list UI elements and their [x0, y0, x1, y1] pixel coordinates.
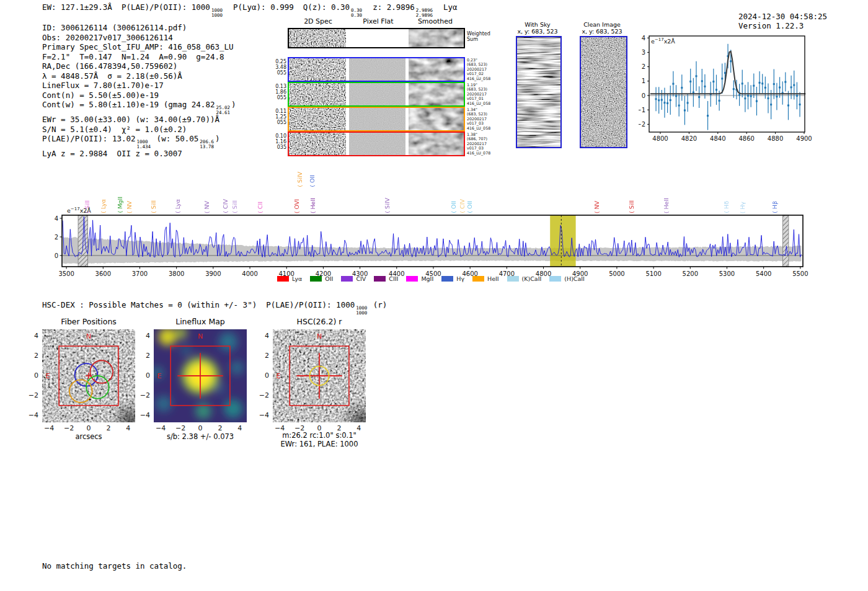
- ytick-label: 2: [138, 352, 150, 360]
- spec2d-cell-smooth: [409, 133, 464, 155]
- spec2d-cell-fine: [289, 108, 346, 130]
- spec2d-right-labels: 0.23"(683, 523)20200217v017_02416_LU_058: [467, 58, 504, 81]
- data-point: [796, 95, 798, 97]
- text-segment: λ = 4848.57Å σ = 2.18(±0.56)Å: [42, 71, 182, 81]
- text-segment: (r): [368, 300, 387, 309]
- legend-item: CIII: [374, 275, 398, 282]
- data-point: [799, 104, 801, 105]
- text-segment: HSC-DEX : Possible Matches = 0 (within +…: [42, 300, 355, 309]
- text-segment: ): [231, 100, 236, 109]
- line-fit-plot: 43210−1−2480048204840486048804900e−17x2Å: [639, 30, 818, 150]
- ytick-label: 0: [138, 371, 150, 380]
- data-point: [733, 88, 735, 90]
- north-label: N: [317, 332, 322, 340]
- legend-label: CIII: [389, 275, 398, 282]
- text-segment: (w: 50.05: [152, 134, 198, 143]
- hsc-cutout-title: HSC(26.2) r: [273, 317, 366, 326]
- spec2d-cell-smooth: [409, 58, 464, 81]
- text-segment: EWr = 35.00(±33.00) (w: 34.00(±9.70))Å: [42, 115, 219, 124]
- spec2d-col-title: Smoothed: [404, 17, 466, 25]
- legend-label: Lyα: [292, 275, 302, 282]
- xtick-label: 0: [81, 424, 96, 432]
- withsky-noise: [517, 37, 560, 147]
- ytick-label: 4: [26, 332, 38, 340]
- xtick-label: −2: [173, 424, 188, 432]
- xtick-label: 2: [101, 424, 116, 432]
- header-segment: EW: 127.1±29.3Å: [42, 2, 112, 12]
- spec2d-right-label-line: v017_02: [467, 71, 504, 76]
- legend-label: HeII: [487, 275, 499, 282]
- data-point: [696, 75, 698, 77]
- ytick-label: 2: [26, 352, 38, 360]
- data-point: [738, 94, 740, 96]
- xtick-label: 3900: [205, 270, 221, 277]
- data-point: [793, 84, 795, 86]
- east-label: E: [46, 372, 50, 380]
- spec2d-cell-fine: [289, 58, 346, 81]
- ytick-label: 2: [257, 352, 269, 360]
- text-segment: F=2.1" T=0.147 N=1.24 A=0.90 g=24.8: [42, 52, 224, 61]
- legend-swatch: [507, 276, 519, 282]
- header-measurements: EW: 127.1±29.3ÅP(LAE)/P(OII): 1000100010…: [42, 2, 467, 17]
- spec2d-cell-flat: [349, 83, 405, 105]
- ytick-label: 0: [26, 371, 38, 380]
- north-label: N: [86, 332, 91, 340]
- legend-swatch: [310, 276, 322, 282]
- spec2d-right-label-line: v017_03: [467, 121, 504, 125]
- xtick-label: 5200: [683, 270, 698, 277]
- spec2d-cell-smooth: [409, 108, 464, 130]
- ytick-label: 0: [257, 371, 269, 380]
- legend-swatch: [472, 276, 484, 282]
- spec2d-right-label-line: (683, 523): [467, 112, 504, 116]
- lineflux-cutout-image: NE: [154, 329, 247, 422]
- data-point: [672, 83, 674, 85]
- hsc-cutout-image: NE: [273, 329, 366, 422]
- spec2d-noise: [349, 108, 405, 130]
- spec2d-left-label-line: 055: [260, 71, 286, 76]
- spec2d-noise: [349, 83, 405, 105]
- data-point: [776, 96, 777, 97]
- ytick-label: 0: [642, 92, 645, 99]
- detection-info-line: Cont(n) = 5.50(±5.00)e-19: [42, 91, 236, 100]
- detection-info-line: EWr = 35.00(±33.00) (w: 34.00(±9.70))Å: [42, 115, 236, 125]
- east-label: E: [157, 372, 162, 380]
- fraction-bottom: 1.434: [137, 144, 151, 149]
- fraction-bottom: 1000: [356, 311, 367, 316]
- north-label: N: [198, 332, 203, 340]
- detection-info-line: P(LAE)/P(OII): 13.0210001.434 (w: 50.052…: [42, 134, 236, 149]
- fraction-bottom: 24.61: [216, 110, 230, 115]
- data-point: [712, 81, 714, 82]
- xtick-label: 4: [232, 424, 247, 432]
- xtick-label: 3800: [169, 270, 184, 277]
- unit-exp: −17: [655, 37, 664, 42]
- ytick-label: 4: [257, 332, 269, 340]
- lineflux-xlabel: s/b: 2.38 +/- 0.073: [141, 432, 259, 441]
- masked-region: [782, 215, 788, 267]
- data-point: [768, 97, 769, 99]
- detection-info-block: ID: 3006126114 (3006126114.pdf)Obs: 2020…: [42, 23, 236, 159]
- ytick-label: 4: [138, 332, 150, 340]
- text-segment: Primary Spec_Slot_IFU_AMP: 416_058_063_L…: [42, 42, 234, 51]
- heatmap-blob: [219, 332, 237, 351]
- legend-swatch: [406, 276, 418, 282]
- xtick-label: 4000: [242, 270, 257, 277]
- spec2d-right-label-line: 20200217: [467, 117, 504, 121]
- spec2d-cell-flat: [349, 133, 405, 155]
- detection-info-line: LineFlux = 7.80(±1.70)e-17: [42, 81, 236, 91]
- xtick-label: 5100: [645, 270, 661, 277]
- fiber-positions-title: Fiber Positions: [42, 317, 135, 326]
- spec2d-left-labels: 0.131.86055: [260, 84, 286, 100]
- fraction-stack: 25.0224.61: [216, 105, 230, 115]
- xtick-label: 2: [213, 424, 228, 432]
- data-point: [693, 92, 694, 94]
- spec2d-cell-fine: [289, 133, 346, 155]
- spec2d-right-label-line: 416_LU_058: [467, 101, 504, 105]
- spec2d-right-label-line: 1.38": [467, 132, 504, 136]
- data-point: [759, 82, 761, 84]
- clean-panel-image: [580, 36, 627, 148]
- ytick-label: 0: [55, 252, 58, 259]
- legend-swatch: [277, 276, 289, 282]
- text-segment: Cont(w) = 5.80(±1.10)e-19 (gmag 24.82: [42, 100, 215, 109]
- spec2d-noise: [409, 29, 464, 47]
- spec2d-left-label-line: 035: [260, 145, 286, 151]
